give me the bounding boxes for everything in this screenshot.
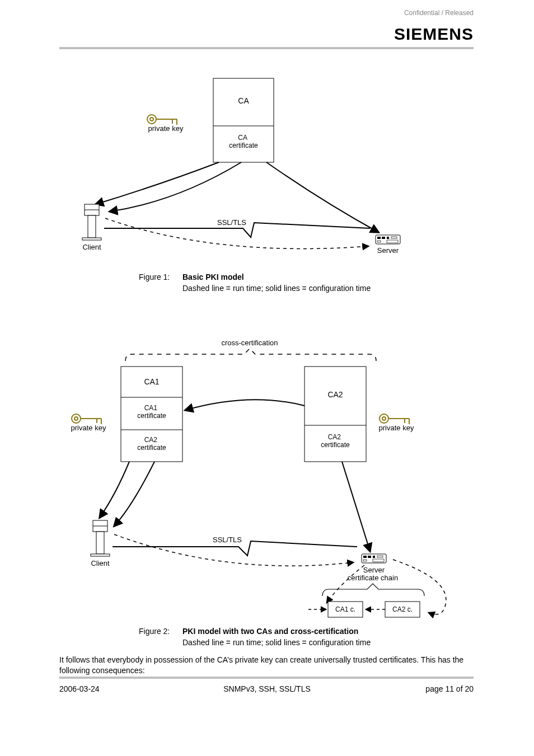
brand-logo: SIEMENS — [394, 25, 474, 44]
cross-cert-brace — [125, 349, 376, 361]
server-icon — [362, 554, 386, 563]
svg-point-22 — [74, 417, 78, 420]
arrow-ca2-server — [342, 462, 370, 551]
ca2-label: CA2 — [327, 390, 343, 399]
figure-2-caption: Figure 2: PKI model with two CAs and cro… — [139, 626, 419, 649]
arrow-ca-server — [266, 162, 378, 232]
ca1-box: CA1 CA1 certificate CA2 certificate — [121, 367, 182, 462]
ca-label: CA — [238, 96, 249, 105]
svg-point-3 — [150, 118, 153, 121]
ssl-label: SSL/TLS — [217, 218, 246, 227]
arrow-ca-client-2 — [110, 162, 241, 212]
cross-cert-label: cross-certification — [221, 339, 278, 347]
cross-cert-arrow — [185, 400, 305, 410]
key-icon — [147, 115, 177, 125]
arrow-ca-client-1 — [96, 162, 219, 204]
svg-rect-14 — [387, 237, 389, 239]
server-label-2: Server — [363, 566, 385, 574]
client-icon — [82, 204, 101, 240]
figure-2: cross-certification CA1 CA1 certificate … — [59, 339, 474, 630]
page: SIEMENS CA CA certificate — [0, 0, 534, 756]
chain-left: CA1 c. — [335, 605, 355, 613]
chain-right: CA2 c. — [392, 605, 413, 613]
arrow-ca1-client-1 — [100, 462, 129, 518]
svg-rect-35 — [96, 532, 104, 554]
chain-label: certificate chain — [348, 574, 398, 582]
footer-rule — [59, 677, 474, 679]
caption-title-2: PKI model with two CAs and cross-certifi… — [182, 626, 358, 637]
client-label-2: Client — [91, 559, 110, 567]
key-icon — [380, 414, 409, 424]
figure-1-caption: Figure 1: Basic PKI model Dashed line = … — [139, 271, 419, 294]
svg-rect-10 — [82, 238, 101, 240]
svg-rect-40 — [373, 556, 375, 558]
footer-page: page 11 of 20 — [425, 684, 474, 693]
arrow-ca1-client-2 — [114, 462, 154, 526]
ca-box: CA CA certificate — [213, 78, 274, 162]
svg-rect-37 — [362, 554, 386, 563]
svg-rect-39 — [368, 556, 371, 558]
svg-rect-12 — [377, 237, 381, 239]
runtime-server-chain — [327, 565, 364, 603]
client-label: Client — [82, 243, 101, 251]
caption-label: Figure 1: — [139, 271, 178, 283]
key-label: private key — [148, 124, 184, 133]
figure-1-svg: CA CA certificate private key — [59, 73, 474, 280]
caption-label-2: Figure 2: — [139, 626, 178, 637]
body-paragraph: It follows that everybody in possession … — [59, 655, 474, 676]
svg-rect-11 — [376, 235, 400, 244]
svg-point-29 — [382, 417, 386, 420]
svg-point-2 — [147, 115, 156, 124]
header-rule — [59, 47, 474, 49]
svg-rect-9 — [88, 215, 96, 238]
server-label: Server — [377, 246, 399, 255]
caption-sub: Dashed line = run time; solid lines = co… — [182, 283, 371, 294]
svg-rect-36 — [91, 554, 110, 556]
svg-rect-13 — [382, 237, 385, 239]
server-icon — [376, 235, 400, 244]
client-icon — [91, 520, 110, 556]
figure-1: CA CA certificate private key — [59, 73, 474, 280]
key-label-2: private key — [379, 424, 414, 432]
header-right: Confidential / Released — [404, 9, 474, 17]
svg-rect-38 — [363, 556, 367, 558]
key-label-1: private key — [71, 424, 106, 432]
svg-point-21 — [72, 414, 81, 423]
key-icon — [72, 414, 101, 424]
chain-boxes: CA1 c. CA2 c. — [308, 602, 420, 617]
ca1-label: CA1 — [144, 377, 159, 386]
svg-point-28 — [380, 414, 388, 423]
caption-title: Basic PKI model — [182, 271, 244, 283]
ssl-label-2: SSL/TLS — [213, 536, 242, 544]
figure-2-svg: cross-certification CA1 CA1 certificate … — [59, 339, 474, 630]
ca2-box: CA2 CA2 certificate — [305, 367, 366, 462]
svg-rect-0 — [213, 78, 274, 162]
caption-sub-2: Dashed line = run time; solid lines = co… — [182, 637, 371, 648]
